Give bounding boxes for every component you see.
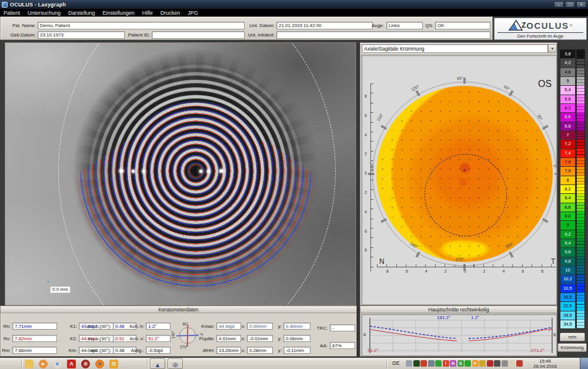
menu-item[interactable]: Einstellungen bbox=[103, 10, 135, 16]
menu-item[interactable]: Patient bbox=[4, 10, 20, 16]
axis-tick-label: 6 bbox=[519, 269, 526, 273]
menu-item[interactable]: Hilfe bbox=[142, 10, 153, 16]
tray-icon[interactable] bbox=[502, 360, 508, 367]
achh-field[interactable]: 1.2° bbox=[146, 323, 171, 330]
system-tray: !NSO bbox=[406, 360, 523, 367]
topography-map-panel: Axiale/Sagittale Krümmung ▼ + 864202468 … bbox=[360, 42, 557, 306]
tray-icon[interactable] bbox=[406, 360, 412, 367]
hh-label: ØHH: bbox=[197, 348, 215, 353]
tray-icon[interactable] bbox=[435, 360, 442, 367]
axis-tick-label: 8 bbox=[362, 248, 369, 252]
rh-field[interactable]: 7.71mm bbox=[12, 323, 57, 330]
reflection-glint bbox=[199, 170, 202, 173]
tray-icon[interactable] bbox=[479, 360, 486, 367]
aa-field[interactable]: 67% bbox=[330, 342, 355, 349]
color-scale-entry: 8,2 bbox=[560, 185, 575, 194]
kmax-x-field[interactable]: 0.00mm bbox=[247, 323, 273, 330]
color-scale-entry: 7,6 bbox=[560, 158, 575, 167]
meridian-profile-plot bbox=[362, 314, 556, 355]
geb-datum-field[interactable]: 23.10.1973 bbox=[38, 31, 125, 39]
close-button[interactable]: × bbox=[576, 1, 586, 8]
pup-x-field[interactable]: -0.01mm bbox=[247, 335, 273, 342]
color-scale-entry: 4,2 bbox=[560, 59, 575, 68]
taskbar-quicklaunch-icon[interactable]: e bbox=[53, 360, 62, 368]
taskbar-quicklaunch-icon[interactable]: ⊕ bbox=[81, 360, 90, 368]
rm-field[interactable]: 7.66mm bbox=[12, 347, 57, 354]
oculus-taskbar-button[interactable]: ▲ bbox=[150, 358, 165, 369]
right-lid-dashed-arc bbox=[5, 42, 336, 306]
menu-item[interactable]: Darstellung bbox=[68, 10, 95, 16]
tray-icon[interactable] bbox=[420, 360, 427, 367]
color-scale-entry: 6,2 bbox=[560, 104, 575, 113]
clock-time: 15:46 bbox=[528, 358, 562, 364]
axis-tick-label: 2 bbox=[362, 190, 369, 194]
tray-icon[interactable] bbox=[413, 360, 420, 367]
dropdown-arrow-icon[interactable]: ▼ bbox=[548, 44, 557, 53]
color-scale-entry: 8 bbox=[560, 176, 575, 185]
scale-mode-button[interactable]: Krümmung bbox=[557, 343, 587, 352]
logo-mark: Z bbox=[522, 21, 526, 29]
tray-icon[interactable]: N bbox=[450, 360, 456, 367]
pup-y-field[interactable]: 0.06mm bbox=[283, 335, 310, 342]
axis-tick-label: 2 bbox=[362, 152, 369, 156]
pupille-field[interactable]: 4.01mm bbox=[216, 335, 241, 342]
reflection-glint bbox=[142, 170, 145, 173]
taskbar-quicklaunch-icon[interactable]: ● bbox=[95, 360, 104, 368]
pat-name-field[interactable]: Demo, Patient bbox=[38, 22, 245, 29]
taskbar-quicklaunch-icon[interactable] bbox=[25, 360, 34, 368]
angle-label-90: 90° bbox=[457, 76, 463, 80]
patient-id-field[interactable] bbox=[152, 31, 245, 39]
color-scale-entry: 4,6 bbox=[560, 68, 575, 77]
window-title: OCULUS - Lasygraph bbox=[10, 2, 553, 8]
pup-y-label: y: bbox=[277, 336, 282, 341]
globe-taskbar-button[interactable]: ⊕ bbox=[168, 358, 183, 369]
axis-tick-label: 6 bbox=[403, 269, 410, 273]
tray-icon[interactable] bbox=[509, 360, 515, 367]
tkc-field[interactable]: - bbox=[330, 324, 355, 331]
maximize-button[interactable]: □ bbox=[565, 1, 575, 8]
taskbar-quicklaunch-icon[interactable]: O bbox=[109, 360, 118, 368]
tray-icon[interactable] bbox=[487, 360, 493, 367]
hauptschnitte-title: Hauptschnitte rechtwinkelig bbox=[360, 306, 557, 313]
qs-field[interactable]: OK bbox=[435, 22, 490, 29]
kmax-field[interactable]: 44.9dpt bbox=[216, 323, 241, 330]
astig-field[interactable]: -0.5dpt bbox=[146, 347, 171, 354]
tray-icon[interactable]: S bbox=[457, 360, 464, 367]
taskbar-quicklaunch-icon[interactable]: A bbox=[67, 360, 76, 368]
map-type-dropdown[interactable]: Axiale/Sagittale Krümmung bbox=[362, 44, 548, 53]
menu-item[interactable]: Untersuchung bbox=[28, 10, 61, 16]
hh-x-field[interactable]: 0.28mm bbox=[247, 347, 273, 354]
taskbar-clock[interactable]: 15:46 26.04.2016 bbox=[528, 358, 562, 369]
tray-icon[interactable]: O bbox=[472, 360, 479, 367]
rm-label: Rm: bbox=[1, 348, 11, 353]
tray-icon[interactable] bbox=[465, 360, 471, 367]
achv-field[interactable]: 91.2° bbox=[146, 335, 171, 342]
scale-unit-button[interactable]: mm bbox=[560, 333, 585, 341]
color-scale-entry: 22,5 bbox=[560, 302, 575, 311]
unt-datum-field[interactable]: 21.01.2003 11:42:00 bbox=[276, 22, 373, 29]
rh-label: Rh: bbox=[1, 324, 11, 329]
taskbar-quicklaunch-icon[interactable]: ▸ bbox=[39, 360, 48, 368]
kmax-y-label: y: bbox=[277, 324, 282, 329]
tray-icon[interactable]: ! bbox=[443, 360, 449, 367]
infotext-field[interactable] bbox=[276, 31, 490, 39]
color-scale-entry: 7 bbox=[560, 131, 575, 140]
reflection-glint bbox=[207, 170, 210, 173]
menu-item[interactable]: Drucken bbox=[161, 10, 181, 16]
show-desktop-button[interactable] bbox=[580, 358, 588, 369]
menu-item[interactable]: JPG bbox=[188, 10, 198, 16]
tray-icon[interactable] bbox=[516, 360, 523, 367]
tray-icon[interactable] bbox=[428, 360, 435, 367]
color-scale-entry: 28,5 bbox=[560, 311, 575, 320]
achh-label: Ach. h: bbox=[126, 324, 144, 329]
minimize-button[interactable]: – bbox=[554, 1, 564, 8]
color-scale-entry: 5 bbox=[560, 77, 575, 86]
rv-field[interactable]: 7.62mm bbox=[12, 335, 57, 342]
tray-icon[interactable] bbox=[494, 360, 500, 367]
language-indicator[interactable]: DE bbox=[390, 359, 402, 368]
hh-field[interactable]: 13.26mm bbox=[216, 347, 241, 354]
left-axis-label: 8 bbox=[363, 332, 366, 337]
right-axis-label: 8 bbox=[553, 332, 556, 337]
pupil-zone-dashed-circle bbox=[425, 154, 507, 236]
meridian-profile-chart: 181.2° 1.2° 91.2° 271.2° 8 8 bbox=[361, 314, 557, 356]
